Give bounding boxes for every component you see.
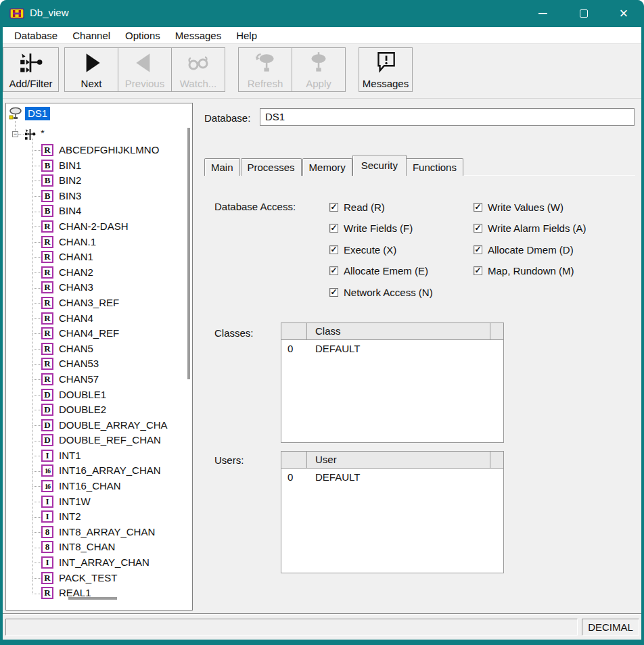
access-checkbox-row[interactable]: Map, Rundown (M): [474, 264, 586, 278]
channel-type-icon: R: [41, 251, 53, 263]
checkbox-checked-icon[interactable]: [329, 203, 338, 212]
checkbox-label: Network Access (N): [344, 287, 433, 298]
classes-table: Class 0 DEFAULT: [281, 322, 504, 443]
tree-item[interactable]: R ABCEDFGHIJKLMNO: [6, 143, 184, 158]
checkbox-label: Write Fields (F): [344, 222, 413, 234]
tree-item-label: CHAN5: [59, 343, 93, 354]
tree-item[interactable]: R CHAN57: [6, 372, 184, 387]
access-checkbox-row[interactable]: Allocate Dmem (D): [474, 243, 586, 256]
watch-button[interactable]: Watch...: [171, 47, 225, 92]
tab-processes[interactable]: Processes: [241, 158, 302, 176]
menu-item[interactable]: Messages: [168, 27, 229, 44]
table-row[interactable]: 0 DEFAULT: [281, 340, 503, 358]
database-field[interactable]: DS1: [260, 108, 635, 126]
tree-item[interactable]: R CHAN4: [6, 311, 184, 327]
checkbox-checked-icon[interactable]: [474, 203, 482, 212]
tree-vertical-scrollbar[interactable]: [187, 128, 190, 379]
previous-button[interactable]: Previous: [118, 47, 172, 92]
tree-item[interactable]: D DOUBLE_ARRAY_CHA: [6, 418, 184, 433]
next-button[interactable]: Next: [64, 47, 118, 92]
tree-item-label: INT2: [59, 510, 81, 522]
tree-item[interactable]: R CHAN4_REF: [6, 326, 184, 341]
table-row[interactable]: 0 DEFAULT: [281, 469, 503, 486]
checkbox-checked-icon[interactable]: [329, 266, 338, 275]
tree-item[interactable]: D DOUBLE1: [6, 387, 184, 403]
checkbox-checked-icon[interactable]: [329, 245, 338, 254]
tree-item[interactable]: I INT1W: [6, 494, 184, 510]
access-checkbox-row[interactable]: Allocate Emem (E): [329, 264, 433, 278]
app-window: Db_view DatabaseChannelOptionsMessagesHe…: [0, 0, 644, 645]
menu-item[interactable]: Channel: [65, 27, 118, 44]
spare-column-header: [490, 452, 503, 468]
channel-type-icon: R: [41, 373, 53, 385]
toolbar-button-label: Apply: [306, 78, 331, 89]
checkbox-checked-icon[interactable]: [474, 245, 482, 254]
tab-memory[interactable]: Memory: [302, 158, 352, 176]
tree-root-node[interactable]: DS1: [9, 107, 50, 120]
add-filter-button[interactable]: Add/Filter: [3, 47, 59, 92]
tree-item[interactable]: D DOUBLE2: [6, 402, 184, 418]
checkbox-label: Write Alarm Fields (A): [488, 222, 586, 234]
tree-item-label: INT_ARRAY_CHAN: [59, 556, 150, 568]
checkbox-checked-icon[interactable]: [329, 224, 338, 233]
toolbar-button-label: Previous: [125, 78, 164, 89]
checkbox-checked-icon[interactable]: [474, 224, 482, 233]
access-checkbox-row[interactable]: Write Alarm Fields (A): [474, 222, 586, 235]
tree-item[interactable]: R CHAN.1: [6, 235, 184, 250]
messages-button[interactable]: Messages: [359, 47, 413, 92]
tree-item[interactable]: 16 INT16_CHAN: [6, 479, 184, 494]
refresh-button[interactable]: Refresh: [238, 47, 292, 92]
apply-button[interactable]: Apply: [292, 47, 346, 92]
tree-item[interactable]: I INT_ARRAY_CHAN: [6, 555, 184, 571]
user-value: DEFAULT: [307, 469, 503, 486]
tree-item[interactable]: I INT1: [6, 448, 184, 464]
tree-item[interactable]: 8 INT8_CHAN: [6, 540, 184, 555]
tree-item[interactable]: B BIN2: [6, 173, 184, 189]
menu-item[interactable]: Help: [229, 27, 264, 44]
channel-type-icon: R: [41, 281, 53, 293]
tree-item[interactable]: R CHAN3_REF: [6, 295, 184, 311]
tree-item[interactable]: B BIN4: [6, 204, 184, 219]
channel-type-icon: I: [41, 510, 53, 523]
maximize-button[interactable]: [567, 0, 601, 27]
access-checkbox-row[interactable]: Execute (X): [329, 243, 433, 256]
tree-item[interactable]: R CHAN53: [6, 356, 184, 372]
class-column-header: Class: [307, 323, 490, 339]
row-index-header: [281, 323, 307, 339]
tree-item[interactable]: B BIN3: [6, 189, 184, 204]
tree-item-label: CHAN3: [59, 281, 93, 293]
checkbox-checked-icon[interactable]: [329, 288, 338, 297]
filter-node-label[interactable]: *: [41, 127, 45, 139]
access-checkbox-row[interactable]: Read (R): [329, 200, 433, 214]
collapse-toggle[interactable]: −: [12, 131, 18, 137]
tab-functions[interactable]: Functions: [406, 158, 463, 176]
tree-item[interactable]: R CHAN3: [6, 280, 184, 295]
tree-item[interactable]: R PACK_TEST: [6, 571, 184, 586]
access-checkbox-row[interactable]: Network Access (N): [329, 285, 433, 299]
tree-item-label: DOUBLE2: [59, 404, 106, 415]
tab-security[interactable]: Security: [352, 155, 407, 176]
menu-item[interactable]: Database: [7, 27, 65, 44]
tab-main[interactable]: Main: [204, 158, 240, 176]
checkbox-label: Allocate Dmem (D): [488, 244, 574, 256]
menu-item[interactable]: Options: [118, 27, 168, 44]
tree-item-label: CHAN-2-DASH: [59, 220, 129, 232]
tree-item-label: BIN4: [59, 205, 81, 216]
close-button[interactable]: [607, 0, 641, 27]
checkbox-checked-icon[interactable]: [474, 266, 482, 275]
tree-item[interactable]: D DOUBLE_REF_CHAN: [6, 433, 184, 448]
tree-item[interactable]: I INT2: [6, 509, 184, 525]
tree-item[interactable]: R CHAN5: [6, 341, 184, 357]
access-checkbox-row[interactable]: Write Fields (F): [329, 222, 433, 235]
checkbox-label: Write Values (W): [488, 201, 564, 213]
tree-item[interactable]: R CHAN1: [6, 249, 184, 265]
tree-item[interactable]: 16 INT16_ARRAY_CHAN: [6, 463, 184, 479]
tree-item[interactable]: R CHAN-2-DASH: [6, 219, 184, 235]
minimize-button[interactable]: [526, 0, 559, 27]
tree-item[interactable]: R CHAN2: [6, 265, 184, 281]
tree-item[interactable]: B BIN1: [6, 158, 184, 174]
tree-horizontal-scrollbar[interactable]: [68, 597, 117, 600]
tree-item[interactable]: 8 INT8_ARRAY_CHAN: [6, 525, 184, 540]
access-checkbox-row[interactable]: Write Values (W): [474, 200, 586, 214]
number-format-indicator[interactable]: DECIMAL: [582, 619, 639, 636]
